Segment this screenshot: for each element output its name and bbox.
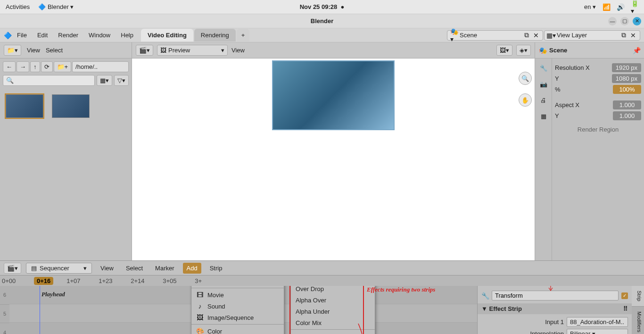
forward-button[interactable]: → xyxy=(17,61,29,72)
strip-enable-checkbox[interactable]: ✓ xyxy=(621,292,628,299)
seq-add-menu[interactable]: Add xyxy=(183,263,201,274)
pct-label: % xyxy=(555,86,561,93)
layers-icon: ▦▾ xyxy=(547,32,555,39)
path-field[interactable]: /home/.. xyxy=(72,61,129,72)
add-menu-popup: 🎬Scene▸ 📎Clip▸ ◐Mask▸ 🎞Movie ♪Sound 🖼Ima… xyxy=(191,286,284,334)
timeline-body[interactable]: 6 5 4 3 2 1 Playhead Transform | 26 🔧 xyxy=(0,286,644,334)
display-mode[interactable]: ▦▾ xyxy=(97,75,112,86)
aspect-x-field[interactable]: 1.000 xyxy=(613,100,641,109)
copy-icon[interactable]: ⧉ xyxy=(523,32,530,39)
preview-image xyxy=(272,60,395,130)
close-icon[interactable]: ✕ xyxy=(532,32,540,39)
seq-select-menu[interactable]: Select xyxy=(122,263,147,274)
tool-tab-icon[interactable]: 🔧 xyxy=(538,62,549,74)
effect-alpha-under[interactable]: Alpha Under xyxy=(291,306,375,317)
input1-field[interactable]: 88_Adoration-of-M.. xyxy=(567,317,628,327)
preview-type-icon[interactable]: 🎬▾ xyxy=(136,45,153,56)
effect-strip-section-header[interactable]: ▼ Effect Strip⠿ xyxy=(478,303,632,314)
blender-icon[interactable]: 🔷 xyxy=(4,32,11,39)
window-title: Blender xyxy=(311,17,333,25)
aspect-y-field[interactable]: 1.000 xyxy=(613,111,641,120)
pct-field[interactable]: 100% xyxy=(613,85,641,94)
fb-select-menu[interactable]: Select xyxy=(46,47,63,54)
filter-button[interactable]: ▽▾ xyxy=(114,75,129,86)
render-tab-icon[interactable]: 📷 xyxy=(538,78,549,90)
input1-label: Input 1 xyxy=(481,318,564,326)
overlay-toggle[interactable]: 🖼▾ xyxy=(496,45,512,56)
close-icon[interactable]: ✕ xyxy=(629,32,637,39)
effect-over-drop[interactable]: Over Drop xyxy=(291,286,375,294)
up-button[interactable]: ↑ xyxy=(30,61,40,72)
interp-dropdown[interactable]: Bilinear ▾ xyxy=(567,329,628,334)
menu-render[interactable]: Render xyxy=(53,30,83,41)
wrench-icon[interactable]: 🔧 xyxy=(481,292,489,300)
fb-view-menu[interactable]: View xyxy=(27,47,40,54)
volume-icon[interactable]: 🔊 xyxy=(617,3,624,11)
preview-mode-dropdown[interactable]: 🖼 Preview▾ xyxy=(157,45,228,56)
color-icon: 🎨 xyxy=(196,327,204,334)
filebrowser-type-icon[interactable]: 📁▾ xyxy=(4,45,21,56)
seq-marker-menu[interactable]: Marker xyxy=(151,263,178,274)
preview-area[interactable]: 🔍 ✋ xyxy=(132,58,535,260)
viewlayer-picker[interactable]: ▦▾ View Layer ⧉ ✕ xyxy=(544,30,640,41)
seq-strip-menu[interactable]: Strip xyxy=(206,263,226,274)
pin-icon[interactable]: 📌 xyxy=(633,47,640,54)
system-clock[interactable]: Nov 25 09:28 ● xyxy=(300,3,345,10)
back-button[interactable]: ← xyxy=(3,61,16,72)
thumbnail-1[interactable] xyxy=(6,94,43,118)
scene-picker[interactable]: 🎭▾ Scene ⧉ ✕ xyxy=(447,30,543,41)
maximize-button[interactable]: ▢ xyxy=(620,17,629,25)
menu-window[interactable]: Window xyxy=(84,30,115,41)
annotation-two-strips: Effects requiring two strips xyxy=(367,286,435,293)
output-tab-icon[interactable]: 🖨 xyxy=(538,94,549,106)
preview-view-menu[interactable]: View xyxy=(231,47,245,54)
view-tab-icon[interactable]: ▦ xyxy=(538,110,549,122)
tab-add[interactable]: + xyxy=(237,29,250,42)
add-image-sequence[interactable]: 🖼Image/Sequence xyxy=(191,312,284,323)
menu-help[interactable]: Help xyxy=(116,30,138,41)
scene-props-label: Scene xyxy=(549,47,567,54)
thumbnail-2[interactable] xyxy=(52,94,90,118)
pan-tool[interactable]: ✋ xyxy=(519,93,532,107)
playhead-line[interactable] xyxy=(40,286,40,334)
system-topbar: Activities 🔷 Blender ▾ Nov 25 09:28 ● en… xyxy=(0,0,644,14)
effect-alpha-over[interactable]: Alpha Over xyxy=(291,294,375,306)
seq-view-menu[interactable]: View xyxy=(97,263,117,274)
tab-rendering[interactable]: Rendering xyxy=(194,29,236,42)
refresh-button[interactable]: ⟳ xyxy=(41,61,53,72)
add-movie[interactable]: 🎞Movie xyxy=(191,289,284,301)
battery-icon[interactable]: 🔋▾ xyxy=(631,3,638,11)
strip-name-field[interactable] xyxy=(492,291,619,301)
add-mask[interactable]: ◐Mask▸ xyxy=(191,286,284,287)
menu-edit[interactable]: Edit xyxy=(33,30,52,41)
tab-modifiers[interactable]: Modifiers xyxy=(632,307,644,334)
sequencer-mode-dropdown[interactable]: ▤ Sequencer▾ xyxy=(26,263,92,274)
minimize-button[interactable]: — xyxy=(608,17,617,25)
shading-toggle[interactable]: ◈▾ xyxy=(516,45,531,56)
menu-file[interactable]: File xyxy=(12,30,32,41)
timeline-ruler[interactable]: 0+00 0+16 1+07 1+23 2+14 3+05 3+ xyxy=(0,276,644,286)
activities-button[interactable]: Activities xyxy=(6,3,30,10)
newfolder-button[interactable]: 📁+ xyxy=(54,61,72,72)
add-sound[interactable]: ♪Sound xyxy=(191,301,284,312)
scene-props-icon[interactable]: 🎭 xyxy=(539,47,546,54)
res-x-field[interactable]: 1920 px xyxy=(612,63,641,72)
add-color[interactable]: 🎨Color xyxy=(191,326,284,334)
res-y-field[interactable]: 1080 px xyxy=(612,74,641,83)
app-menu[interactable]: 🔷 Blender ▾ xyxy=(38,3,74,10)
effect-multicam-selector[interactable]: Multicam Selector xyxy=(291,331,375,334)
effect-color-mix[interactable]: Color Mix xyxy=(291,317,375,328)
interp-label: Interpolation xyxy=(481,330,564,334)
properties-tabs: 🔧 📷 🖨 ▦ xyxy=(535,58,552,260)
close-button[interactable]: ✕ xyxy=(633,17,641,25)
current-frame-marker[interactable]: 0+16 xyxy=(34,277,53,285)
seq-editor-type-icon[interactable]: 🎬▾ xyxy=(4,263,21,274)
lang-indicator[interactable]: en ▾ xyxy=(584,3,596,10)
tab-strip[interactable]: Strip xyxy=(632,286,644,307)
zoom-tool[interactable]: 🔍 xyxy=(519,72,532,85)
copy-icon[interactable]: ⧉ xyxy=(620,32,627,39)
main-area: ← → ↑ ⟳ 📁+ /home/.. ▦▾ ▽▾ 🔍 ✋ 🔧 📷 🖨 ▦ xyxy=(0,58,644,260)
tab-video-editing[interactable]: Video Editing xyxy=(141,29,193,42)
search-input[interactable] xyxy=(3,75,95,86)
wifi-icon[interactable]: 📶 xyxy=(603,3,610,11)
